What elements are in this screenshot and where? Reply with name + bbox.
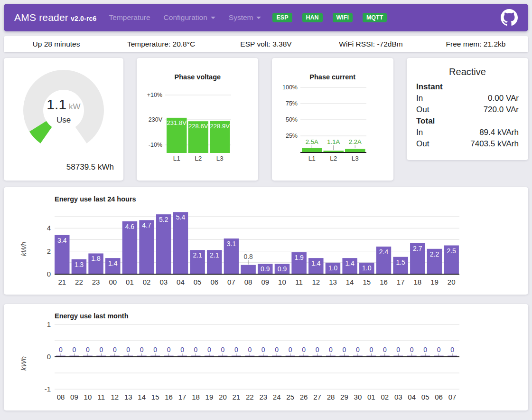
svg-text:14: 14 <box>346 278 354 286</box>
svg-text:21: 21 <box>58 278 66 286</box>
cards-row: 1.1kWUse 58739.5 kWh Phase voltage +10%2… <box>4 58 528 181</box>
svg-text:0: 0 <box>356 346 360 353</box>
svg-text:0: 0 <box>437 346 441 353</box>
energy-month-card: Energy use last month -101kWh00800901001… <box>4 304 528 410</box>
svg-text:1.1kW: 1.1kW <box>47 96 80 112</box>
svg-text:29: 29 <box>340 393 348 401</box>
svg-text:13: 13 <box>124 393 132 401</box>
svg-text:30: 30 <box>354 393 362 401</box>
github-octocat-icon <box>501 9 518 26</box>
main-content: 1.1kWUse 58739.5 kWh Phase voltage +10%2… <box>0 58 532 410</box>
phase-current-card: Phase current 100%75%50%25%2.5AL11.1AL22… <box>272 58 393 181</box>
svg-text:0: 0 <box>207 346 211 353</box>
nav-item-system[interactable]: System <box>229 13 261 22</box>
svg-text:0: 0 <box>302 346 306 353</box>
reactive-row: Out7403.5 kVArh <box>416 138 519 150</box>
svg-text:26: 26 <box>300 393 308 401</box>
svg-text:15: 15 <box>363 278 371 286</box>
svg-text:05: 05 <box>421 393 429 401</box>
reactive-row-label: In <box>416 127 423 138</box>
svg-text:01: 01 <box>367 393 375 401</box>
svg-text:kWh: kWh <box>19 242 28 256</box>
svg-text:2.5: 2.5 <box>447 247 456 255</box>
svg-text:15: 15 <box>151 393 159 401</box>
svg-text:08: 08 <box>57 393 65 401</box>
svg-text:0: 0 <box>153 346 157 353</box>
badge-esp: ESP <box>272 13 292 23</box>
svg-text:2.2: 2.2 <box>430 250 439 258</box>
svg-text:13: 13 <box>329 278 337 286</box>
svg-text:19: 19 <box>430 278 439 286</box>
energy-day-title: Energy use last 24 hours <box>4 187 528 203</box>
svg-text:23: 23 <box>92 278 100 286</box>
svg-text:0: 0 <box>47 353 51 361</box>
svg-text:228.9V: 228.9V <box>210 123 230 130</box>
main-nav: TemperatureConfigurationSystem <box>109 13 261 22</box>
svg-text:20: 20 <box>219 393 227 401</box>
svg-text:1.5: 1.5 <box>396 258 405 266</box>
reactive-row: In89.4 kVArh <box>416 127 519 138</box>
svg-text:1.4: 1.4 <box>108 259 118 267</box>
svg-text:0: 0 <box>99 346 103 353</box>
chevron-down-icon <box>256 17 261 19</box>
app-name: AMS reader <box>14 12 68 23</box>
badge-wifi: WiFi <box>333 13 353 23</box>
svg-text:2.7: 2.7 <box>413 245 422 252</box>
svg-text:1.1A: 1.1A <box>327 138 340 145</box>
svg-text:03: 03 <box>394 393 402 401</box>
svg-text:11: 11 <box>295 278 303 286</box>
svg-text:16: 16 <box>165 393 173 401</box>
svg-text:10: 10 <box>278 278 286 286</box>
nav-item-configuration[interactable]: Configuration <box>164 13 215 22</box>
svg-text:2.2A: 2.2A <box>348 138 361 145</box>
svg-text:3.1: 3.1 <box>227 240 236 248</box>
nav-item-temperature[interactable]: Temperature <box>109 13 150 22</box>
reactive-card: Reactive InstantIn0.00 VArOut720.0 VArTo… <box>407 58 528 160</box>
phase-voltage-title: Phase voltage <box>140 73 254 81</box>
svg-text:11: 11 <box>98 393 105 401</box>
svg-text:0: 0 <box>343 346 346 353</box>
svg-text:24: 24 <box>273 393 281 401</box>
reactive-row-value: 89.4 kVArh <box>479 127 519 138</box>
svg-text:0: 0 <box>126 346 130 353</box>
svg-text:+10%: +10% <box>147 92 162 98</box>
svg-text:-1: -1 <box>45 385 51 393</box>
svg-text:25%: 25% <box>286 133 298 139</box>
svg-text:0.8: 0.8 <box>243 253 253 260</box>
svg-text:L1: L1 <box>173 155 180 162</box>
status-item-3: WiFi RSSI: -72dBm <box>318 40 423 48</box>
svg-text:0: 0 <box>73 346 76 353</box>
svg-text:02: 02 <box>381 393 389 401</box>
reactive-row-label: Out <box>416 104 429 115</box>
svg-text:21: 21 <box>233 393 241 401</box>
phase-voltage-chart: +10%230V-10%231.8VL1228.6VL2228.9VL3 <box>140 86 254 164</box>
svg-text:0.9: 0.9 <box>278 265 287 273</box>
svg-text:1.0: 1.0 <box>328 264 338 272</box>
phase-current-title: Phase current <box>276 73 390 81</box>
svg-text:kWh: kWh <box>19 356 28 371</box>
svg-text:1.9: 1.9 <box>294 254 304 261</box>
nav-item-label: Temperature <box>109 13 150 22</box>
github-link[interactable] <box>501 9 518 26</box>
reactive-section-instant: Instant <box>416 81 519 93</box>
svg-text:0: 0 <box>329 346 333 353</box>
svg-text:00: 00 <box>109 278 117 286</box>
svg-text:3.4: 3.4 <box>57 237 67 244</box>
svg-text:0: 0 <box>194 346 198 353</box>
app-version: v2.0-rc6 <box>71 15 97 22</box>
reactive-rows: InstantIn0.00 VArOut720.0 VArTotalIn89.4… <box>416 81 519 150</box>
svg-text:12: 12 <box>312 278 320 286</box>
svg-text:L3: L3 <box>216 155 224 162</box>
reactive-row-value: 0.00 VAr <box>488 93 519 104</box>
svg-text:5.4: 5.4 <box>176 213 186 221</box>
app-title: AMS readerv2.0-rc6 <box>14 12 97 23</box>
svg-text:1.4: 1.4 <box>345 259 355 267</box>
svg-text:0: 0 <box>316 346 319 353</box>
svg-text:18: 18 <box>192 393 200 401</box>
svg-text:0: 0 <box>261 346 265 353</box>
svg-text:0: 0 <box>59 346 63 353</box>
svg-text:4.6: 4.6 <box>125 223 135 230</box>
status-item-2: ESP volt: 3.38V <box>214 40 318 48</box>
svg-text:01: 01 <box>126 278 134 286</box>
svg-text:2.1: 2.1 <box>193 251 202 259</box>
